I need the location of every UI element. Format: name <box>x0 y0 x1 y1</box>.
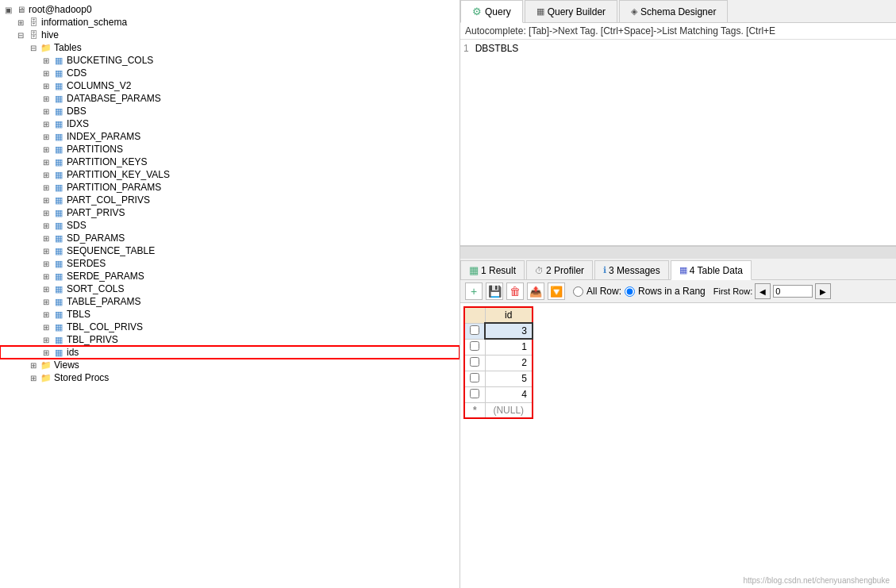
expand-PART_COL_PRIVS[interactable]: ⊞ <box>40 196 52 205</box>
tree-item-TBLS[interactable]: ⊞ ▦ TBLS <box>0 308 460 321</box>
expand-PARTITION_KEY_VALS[interactable]: ⊞ <box>40 171 52 179</box>
row-checkbox-cell[interactable] <box>464 323 485 339</box>
rows-range-label: Rows in a Rang <box>638 286 706 297</box>
tree-item-DATABASE_PARAMS[interactable]: ⊞ ▦ DATABASE_PARAMS <box>0 92 460 105</box>
query-editor[interactable]: 1 DBSTBLS <box>460 40 896 246</box>
expand-BUCKETING_COLS[interactable]: ⊞ <box>40 56 52 65</box>
tree-item-SORT_COLS[interactable]: ⊞ ▦ SORT_COLS <box>0 282 460 295</box>
row-checkbox[interactable] <box>470 341 479 351</box>
prev-row-button[interactable]: ◀ <box>755 283 771 299</box>
expand-information_schema[interactable]: ⊞ <box>14 18 27 27</box>
tree-item-PART_PRIVS[interactable]: ⊞ ▦ PART_PRIVS <box>0 206 460 219</box>
expand-TBL_PRIVS[interactable]: ⊞ <box>40 336 52 344</box>
tab-profiler[interactable]: ⏱ 2 Profiler <box>526 260 593 279</box>
all-rows-radio[interactable] <box>573 286 583 297</box>
expand-SERDES[interactable]: ⊞ <box>40 259 52 268</box>
tree-item-PART_COL_PRIVS[interactable]: ⊞ ▦ PART_COL_PRIVS <box>0 194 460 206</box>
expand-TBL_COL_PRIVS[interactable]: ⊞ <box>40 323 52 332</box>
tree-item-COLUMNS_V2[interactable]: ⊞ ▦ COLUMNS_V2 <box>0 79 460 92</box>
row-checkbox[interactable] <box>470 373 479 382</box>
tree-item-PARTITION_KEYS[interactable]: ⊞ ▦ PARTITION_KEYS <box>0 156 460 168</box>
tree-item-INDEX_PARAMS[interactable]: ⊞ ▦ INDEX_PARAMS <box>0 130 460 143</box>
expand-PARTITION_KEYS[interactable]: ⊞ <box>40 158 52 167</box>
row-value-cell[interactable]: 3 <box>485 323 533 339</box>
row-value-cell[interactable]: 4 <box>485 386 533 402</box>
tab-result[interactable]: ▦ 1 Result <box>460 260 525 279</box>
row-value-cell[interactable]: 1 <box>485 339 533 355</box>
tree-item-SERDES[interactable]: ⊞ ▦ SERDES <box>0 257 460 270</box>
tree-item-TBL_COL_PRIVS[interactable]: ⊞ ▦ TBL_COL_PRIVS <box>0 321 460 333</box>
row-value-cell[interactable]: 5 <box>485 371 533 386</box>
expand-IDXS[interactable]: ⊞ <box>40 120 52 129</box>
expand-DBS[interactable]: ⊞ <box>40 107 52 116</box>
table-icon: ▦ <box>52 233 65 244</box>
tree-item-hive[interactable]: ⊟ 🗄 hive <box>0 29 460 41</box>
expand-views[interactable]: ⊞ <box>27 361 40 370</box>
save-button[interactable]: 💾 <box>486 282 503 300</box>
tree-item-PARTITIONS[interactable]: ⊞ ▦ PARTITIONS <box>0 143 460 156</box>
next-row-button[interactable]: ▶ <box>815 283 831 299</box>
first-row-input[interactable] <box>773 285 813 298</box>
expand-tables[interactable]: ⊟ <box>27 44 40 52</box>
tab-schema-designer[interactable]: ◈ Schema Designer <box>619 0 728 22</box>
row-checkbox-cell[interactable] <box>464 339 485 355</box>
query-hscroll[interactable] <box>460 246 896 259</box>
tree-item-TBL_PRIVS[interactable]: ⊞ ▦ TBL_PRIVS <box>0 333 460 346</box>
expand-INDEX_PARAMS[interactable]: ⊞ <box>40 133 52 141</box>
expand-DATABASE_PARAMS[interactable]: ⊞ <box>40 94 52 103</box>
row-checkbox-cell[interactable] <box>464 386 485 402</box>
tree-item-SD_PARAMS[interactable]: ⊞ ▦ SD_PARAMS <box>0 232 460 244</box>
tree-item-CDS[interactable]: ⊞ ▦ CDS <box>0 67 460 79</box>
expand-PART_PRIVS[interactable]: ⊞ <box>40 209 52 217</box>
expand-CDS[interactable]: ⊞ <box>40 69 52 78</box>
row-checkbox[interactable] <box>470 389 479 398</box>
row-checkbox[interactable] <box>470 325 479 335</box>
tree-item-PARTITION_PARAMS[interactable]: ⊞ ▦ PARTITION_PARAMS <box>0 181 460 194</box>
expand-SDS[interactable]: ⊞ <box>40 221 52 230</box>
tree-item-tables[interactable]: ⊟ 📁 Tables <box>0 41 460 54</box>
row-checkbox-cell[interactable] <box>464 355 485 371</box>
null-value-cell[interactable]: (NULL) <box>485 402 533 418</box>
tree-item-IDXS[interactable]: ⊞ ▦ IDXS <box>0 117 460 130</box>
expand-root[interactable]: ▣ <box>2 6 14 14</box>
filter-button[interactable]: 🔽 <box>548 282 565 300</box>
tab-query[interactable]: ⚙ Query <box>460 0 523 23</box>
tab-messages[interactable]: ℹ 3 Messages <box>594 260 669 279</box>
row-checkbox-cell[interactable] <box>464 371 485 386</box>
tree-item-SERDE_PARAMS[interactable]: ⊞ ▦ SERDE_PARAMS <box>0 270 460 282</box>
tree-item-PARTITION_KEY_VALS[interactable]: ⊞ ▦ PARTITION_KEY_VALS <box>0 168 460 181</box>
tree-root[interactable]: ▣ 🖥 root@hadoop0 <box>0 3 460 16</box>
row-checkbox[interactable] <box>470 357 479 367</box>
label-SORT_COLS: SORT_COLS <box>67 283 124 294</box>
tree-item-TABLE_PARAMS[interactable]: ⊞ ▦ TABLE_PARAMS <box>0 295 460 308</box>
tree-item-BUCKETING_COLS[interactable]: ⊞ ▦ BUCKETING_COLS <box>0 54 460 67</box>
expand-stored_procs[interactable]: ⊞ <box>27 374 40 382</box>
tree-item-SEQUENCE_TABLE[interactable]: ⊞ ▦ SEQUENCE_TABLE <box>0 244 460 257</box>
add-row-button[interactable]: + <box>465 282 483 300</box>
expand-SEQUENCE_TABLE[interactable]: ⊞ <box>40 247 52 256</box>
expand-SORT_COLS[interactable]: ⊞ <box>40 285 52 294</box>
tab-query-builder[interactable]: ▦ Query Builder <box>525 0 617 22</box>
expand-SERDE_PARAMS[interactable]: ⊞ <box>40 272 52 281</box>
expand-SD_PARAMS[interactable]: ⊞ <box>40 234 52 243</box>
tree-item-views[interactable]: ⊞ 📁 Views <box>0 359 460 371</box>
tree-item-DBS[interactable]: ⊞ ▦ DBS <box>0 105 460 117</box>
tree-item-stored_procs[interactable]: ⊞ 📁 Stored Procs <box>0 371 460 384</box>
row-value-cell[interactable]: 2 <box>485 355 533 371</box>
expand-ids[interactable]: ⊞ <box>40 348 52 357</box>
tab-table-data[interactable]: ▦ 4 Table Data <box>671 260 752 280</box>
tree-item-information_schema[interactable]: ⊞ 🗄 information_schema <box>0 16 460 29</box>
delete-button[interactable]: 🗑 <box>506 282 524 300</box>
expand-COLUMNS_V2[interactable]: ⊞ <box>40 82 52 90</box>
table-data-tab-icon: ▦ <box>679 265 687 275</box>
expand-PARTITION_PARAMS[interactable]: ⊞ <box>40 183 52 192</box>
rows-range-radio[interactable] <box>625 286 635 297</box>
expand-TABLE_PARAMS[interactable]: ⊞ <box>40 298 52 306</box>
expand-hive[interactable]: ⊟ <box>14 31 27 40</box>
expand-PARTITIONS[interactable]: ⊞ <box>40 145 52 154</box>
tree-item-ids[interactable]: ⊞ ▦ ids <box>0 346 460 359</box>
label-TBL_PRIVS: TBL_PRIVS <box>67 334 118 345</box>
export-button[interactable]: 📤 <box>527 282 544 300</box>
tree-item-SDS[interactable]: ⊞ ▦ SDS <box>0 219 460 232</box>
expand-TBLS[interactable]: ⊞ <box>40 310 52 319</box>
